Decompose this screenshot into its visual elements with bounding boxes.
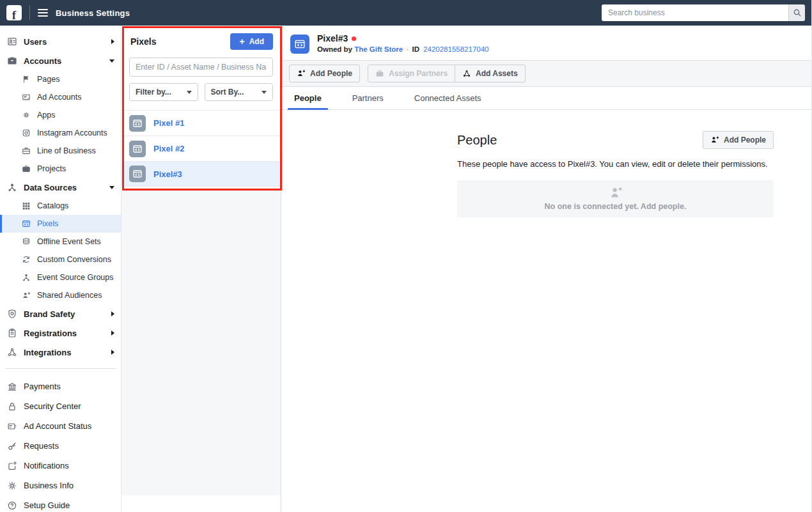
sidebar-item-label: Line of Business	[37, 146, 96, 155]
owned-by-line: Owned by The Gift Store · ID 24202815582…	[317, 45, 488, 53]
sidebar-item-pixels[interactable]: Pixels	[0, 215, 121, 233]
column-bottom-fill	[121, 495, 281, 512]
sidebar-item-payments[interactable]: Payments	[0, 376, 121, 396]
add-pixel-button[interactable]: + Add	[230, 33, 273, 50]
sidebar-item-label: Pixels	[37, 219, 58, 228]
person-plus-icon-large	[609, 186, 623, 200]
offline-event-sets-icon	[22, 237, 31, 246]
topbar: f Business Settings	[0, 0, 811, 26]
instagram-icon	[22, 128, 31, 137]
chevron-right-icon	[111, 330, 114, 336]
sidebar-item-label: Integrations	[24, 348, 71, 357]
sidebar-item-security-center[interactable]: Security Center	[0, 396, 121, 416]
sidebar-item-label: Brand Safety	[24, 309, 75, 319]
question-icon	[7, 500, 17, 511]
tab-connected-assets[interactable]: Connected Assets	[408, 93, 488, 109]
sidebar-item-label: Ad Accounts	[37, 93, 82, 102]
sidebar-item-catalogs[interactable]: Catalogs	[0, 197, 121, 215]
pixel-item-label: Pixel #2	[153, 144, 184, 153]
sidebar-item-event-source-groups[interactable]: Event Source Groups	[0, 268, 121, 286]
detail-toolbar: Add People Assign Partners Add Assets	[281, 60, 811, 87]
pixel-list-item-3[interactable]: Pixel#3	[121, 161, 281, 187]
sidebar-item-label: Pages	[37, 75, 59, 84]
sidebar-item-business-info[interactable]: Business Info	[0, 476, 121, 495]
assets-network-icon	[462, 69, 471, 78]
sidebar-item-shared-audiences[interactable]: Shared Audiences	[0, 286, 121, 304]
ad-status-icon	[7, 421, 17, 431]
pixels-panel-column: Pixels + Add Filter by... Sort By...	[121, 26, 281, 512]
sidebar-item-ad-accounts[interactable]: Ad Accounts	[0, 88, 121, 106]
pixel-tile-icon	[129, 115, 146, 132]
sidebar-item-brand-safety[interactable]: Brand Safety	[0, 304, 121, 323]
data-sources-icon	[7, 182, 17, 192]
assign-partners-button[interactable]: Assign Partners	[368, 65, 455, 82]
pixel-list-item-2[interactable]: Pixel #2	[121, 136, 281, 161]
sidebar-item-ad-account-status[interactable]: Ad Account Status	[0, 416, 121, 436]
search-button[interactable]	[788, 4, 805, 21]
tab-people[interactable]: People	[288, 93, 328, 109]
flag-icon	[22, 75, 31, 84]
sort-by-dropdown[interactable]: Sort By...	[205, 83, 274, 101]
sidebar-item-projects[interactable]: Projects	[0, 160, 121, 178]
sidebar-item-pages[interactable]: Pages	[0, 70, 121, 88]
topbar-divider	[29, 5, 30, 20]
hamburger-menu-icon[interactable]	[38, 9, 48, 17]
tab-partners[interactable]: Partners	[346, 93, 390, 109]
business-search	[602, 4, 805, 21]
accounts-icon	[7, 56, 17, 66]
sidebar-item-label: Custom Conversions	[37, 255, 111, 264]
filter-by-dropdown[interactable]: Filter by...	[129, 83, 198, 101]
facebook-logo[interactable]: f	[6, 5, 22, 20]
sidebar-item-label: Notifications	[24, 461, 69, 470]
sidebar-item-setup-guide[interactable]: Setup Guide	[0, 495, 121, 512]
sidebar-item-users[interactable]: Users	[0, 32, 121, 51]
sidebar-item-label: Apps	[37, 111, 56, 120]
sidebar-item-label: Business Info	[24, 481, 74, 490]
chevron-right-icon	[111, 350, 114, 355]
chevron-right-icon	[111, 39, 114, 44]
person-plus-icon	[710, 136, 719, 144]
sidebar-item-label: Registrations	[24, 329, 77, 338]
sidebar: Users Accounts Pages Ad Accounts Apps	[0, 26, 121, 512]
integrations-icon	[7, 347, 17, 357]
pixel-list-item-1[interactable]: Pixel #1	[121, 110, 281, 136]
tab-content: People Add People These people have acce…	[281, 110, 811, 217]
sidebar-item-integrations[interactable]: Integrations	[0, 343, 121, 362]
sidebar-item-requests[interactable]: Requests	[0, 436, 121, 456]
page-title: Business Settings	[56, 8, 130, 18]
ad-accounts-icon	[22, 93, 31, 102]
add-people-section-button[interactable]: Add People	[703, 131, 774, 149]
event-source-groups-icon	[22, 273, 31, 282]
briefcase-icon	[375, 69, 384, 78]
sidebar-item-instagram-accounts[interactable]: Instagram Accounts	[0, 124, 121, 142]
asset-title: Pixel#3	[317, 33, 348, 43]
projects-icon	[22, 164, 31, 173]
owner-link[interactable]: The Gift Store	[354, 45, 403, 53]
apps-icon	[22, 111, 31, 120]
sidebar-item-registrations[interactable]: Registrations	[0, 323, 121, 343]
sidebar-item-accounts[interactable]: Accounts	[0, 51, 121, 70]
sidebar-item-label: Shared Audiences	[37, 291, 102, 300]
asset-id-value: 2420281558217040	[423, 45, 488, 53]
sidebar-item-line-of-business[interactable]: Line of Business	[0, 142, 121, 160]
search-input[interactable]	[602, 4, 788, 21]
sidebar-item-label: Payments	[24, 382, 61, 391]
pixel-tile-icon	[129, 141, 146, 157]
sidebar-item-apps[interactable]: Apps	[0, 106, 121, 124]
add-assets-button[interactable]: Add Assets	[455, 65, 526, 82]
gear-icon	[7, 481, 17, 491]
add-people-button[interactable]: Add People	[289, 65, 360, 82]
people-section: People Add People These people have acce…	[457, 131, 774, 217]
asset-search-input[interactable]	[129, 58, 273, 77]
sidebar-item-label: Ad Account Status	[24, 421, 91, 431]
pixel-item-label: Pixel #1	[153, 118, 184, 128]
sidebar-item-offline-event-sets[interactable]: Offline Event Sets	[0, 233, 121, 251]
sidebar-item-custom-conversions[interactable]: Custom Conversions	[0, 251, 121, 268]
sidebar-item-notifications[interactable]: Notifications	[0, 456, 121, 476]
sidebar-item-data-sources[interactable]: Data Sources	[0, 178, 121, 197]
lock-icon	[7, 401, 17, 412]
pixel-tile-icon-blue	[290, 35, 309, 54]
status-dot-icon	[352, 36, 356, 41]
chevron-down-icon	[109, 59, 114, 63]
users-icon	[7, 36, 17, 47]
